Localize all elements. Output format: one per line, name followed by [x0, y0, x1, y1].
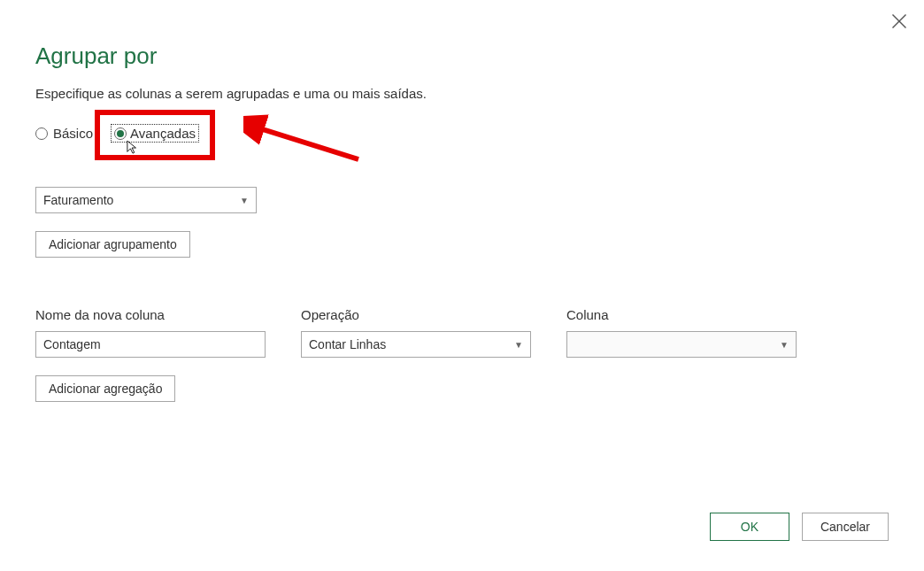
- grouping-column-dropdown[interactable]: Faturamento ▼: [35, 187, 257, 213]
- chevron-down-icon: ▼: [780, 340, 789, 350]
- dialog-title: Agrupar por: [35, 42, 889, 70]
- advanced-radio[interactable]: [114, 127, 127, 140]
- add-grouping-button[interactable]: Adicionar agrupamento: [35, 231, 190, 258]
- cancel-button[interactable]: Cancelar: [802, 513, 889, 541]
- mode-radio-group: Básico Avançadas: [35, 124, 889, 143]
- dialog-subtitle: Especifique as colunas a serem agrupadas…: [35, 86, 889, 101]
- dialog-footer: OK Cancelar: [710, 513, 889, 541]
- ok-button[interactable]: OK: [710, 513, 789, 541]
- column-dropdown[interactable]: ▼: [566, 331, 797, 358]
- basic-radio-label[interactable]: Básico: [53, 126, 93, 141]
- cursor-icon: [127, 140, 139, 156]
- chevron-down-icon: ▼: [514, 340, 523, 350]
- column-label: Coluna: [566, 307, 797, 322]
- new-column-label: Nome da nova coluna: [35, 307, 266, 322]
- add-aggregation-button[interactable]: Adicionar agregação: [35, 375, 175, 402]
- basic-radio[interactable]: [35, 127, 48, 140]
- operation-label: Operação: [301, 307, 531, 322]
- close-icon[interactable]: [890, 12, 908, 30]
- operation-value: Contar Linhas: [309, 337, 386, 351]
- operation-dropdown[interactable]: Contar Linhas ▼: [301, 331, 531, 358]
- advanced-radio-label[interactable]: Avançadas: [130, 126, 196, 141]
- new-column-input[interactable]: [35, 331, 266, 358]
- aggregation-row: Nome da nova coluna Operação Contar Linh…: [35, 307, 889, 358]
- chevron-down-icon: ▼: [240, 196, 249, 205]
- grouping-column-value: Faturamento: [43, 193, 113, 207]
